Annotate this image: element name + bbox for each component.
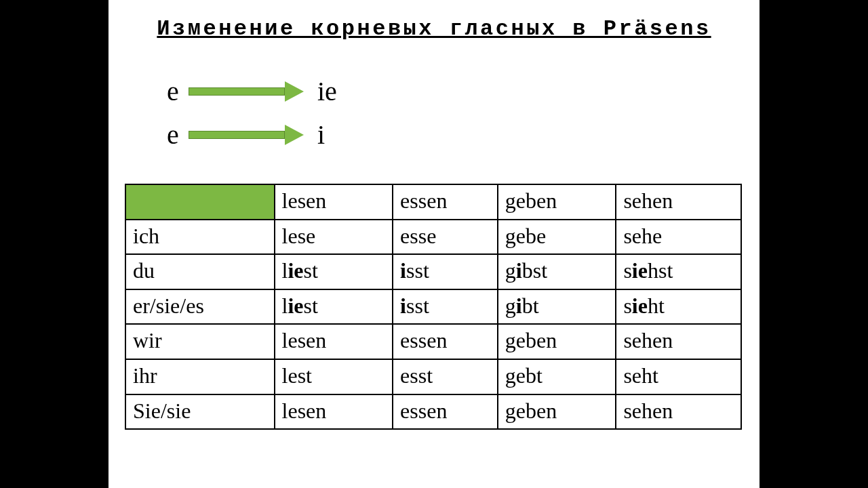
pronoun-cell: ihr bbox=[125, 359, 275, 394]
stem-change: ie bbox=[632, 293, 648, 318]
conjugation-cell: geben bbox=[498, 324, 616, 359]
conjugation-cell: esst bbox=[393, 359, 498, 394]
conjugation-cell: liest bbox=[275, 254, 393, 289]
table-row: er/sie/esliestisstgibtsieht bbox=[125, 289, 741, 325]
table-row: Sie/sielesenessengebensehen bbox=[125, 394, 741, 430]
conjugation-cell: gibst bbox=[498, 254, 616, 289]
conjugation-cell: lesen bbox=[275, 324, 393, 359]
conjugation-cell: liest bbox=[275, 289, 393, 325]
stem-change: i bbox=[516, 258, 522, 283]
conjugation-cell: lese bbox=[275, 220, 393, 255]
pronoun-cell: du bbox=[125, 254, 275, 289]
conjugation-cell: sieht bbox=[616, 289, 741, 325]
pronoun-cell: er/sie/es bbox=[125, 289, 275, 325]
table-row: ichleseessegebesehe bbox=[125, 220, 741, 255]
conjugation-cell: lesen bbox=[275, 394, 393, 430]
arrow-icon bbox=[189, 125, 304, 144]
table-header-verb: geben bbox=[498, 184, 616, 220]
table-header-verb: sehen bbox=[616, 184, 741, 220]
conjugation-cell: esse bbox=[393, 220, 498, 255]
table-row: duliestisstgibstsiehst bbox=[125, 254, 741, 289]
table-header-verb: lesen bbox=[275, 184, 393, 220]
rule-from: e bbox=[157, 78, 189, 105]
vowel-change-rules: eieei bbox=[157, 70, 760, 157]
conjugation-cell: gebe bbox=[498, 220, 616, 255]
conjugation-cell: geben bbox=[498, 394, 616, 430]
rule-to: ie bbox=[317, 78, 337, 105]
vowel-rule: ei bbox=[157, 113, 760, 157]
stem-change: i bbox=[516, 293, 522, 318]
conjugation-cell: sehe bbox=[616, 220, 741, 255]
conjugation-cell: gibt bbox=[498, 289, 616, 325]
rule-from: e bbox=[157, 121, 189, 148]
conjugation-cell: seht bbox=[616, 359, 741, 394]
stem-change: i bbox=[400, 293, 406, 318]
arrow-icon bbox=[189, 82, 304, 101]
pronoun-cell: wir bbox=[125, 324, 275, 359]
conjugation-cell: isst bbox=[393, 289, 498, 325]
conjugation-cell: sehen bbox=[616, 394, 741, 430]
stem-change: i bbox=[400, 258, 406, 283]
stem-change: ie bbox=[632, 258, 648, 283]
rule-to: i bbox=[317, 121, 325, 148]
conjugation-cell: siehst bbox=[616, 254, 741, 289]
stem-change: ie bbox=[288, 293, 303, 318]
conjugation-cell: sehen bbox=[616, 324, 741, 359]
pronoun-cell: ich bbox=[125, 220, 275, 255]
table-row: ihrlestesstgebtseht bbox=[125, 359, 741, 394]
conjugation-cell: isst bbox=[393, 254, 498, 289]
table-header-verb: essen bbox=[393, 184, 498, 220]
conjugation-cell: essen bbox=[393, 324, 498, 359]
vowel-rule: eie bbox=[157, 70, 760, 113]
table-header-row: lesenessengebensehen bbox=[125, 184, 741, 220]
page-title: Изменение корневых гласных в Präsens bbox=[115, 16, 753, 41]
conjugation-cell: gebt bbox=[498, 359, 616, 394]
slide: Изменение корневых гласных в Präsens eie… bbox=[108, 0, 760, 488]
conjugation-cell: lest bbox=[275, 359, 393, 394]
stem-change: ie bbox=[288, 258, 303, 283]
table-row: wirlesenessengebensehen bbox=[125, 324, 741, 359]
conjugation-table: lesenessengebensehenichleseessegebesehed… bbox=[125, 184, 742, 430]
pronoun-cell: Sie/sie bbox=[125, 394, 275, 430]
conjugation-cell: essen bbox=[393, 394, 498, 430]
table-header-blank bbox=[125, 184, 275, 220]
